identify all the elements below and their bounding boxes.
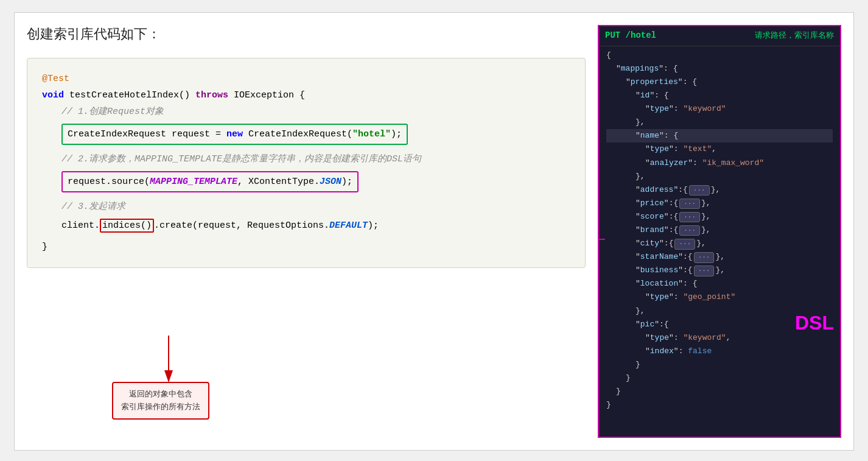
dsl-label: DSL bbox=[795, 306, 834, 339]
annotation-line: @Test bbox=[42, 71, 570, 87]
json-line-name-type: "type": "text", bbox=[606, 143, 833, 156]
json-line-starname: "starName":{···}, bbox=[606, 250, 833, 264]
code-block: @Test void testCreateHotelIndex() throws… bbox=[27, 58, 586, 268]
json-line-analyzer: "analyzer": "ik_max_word" bbox=[606, 157, 833, 170]
kw-new: new bbox=[226, 129, 243, 139]
path-comment: 请求路径，索引库名称 bbox=[755, 29, 834, 43]
semi: ); bbox=[368, 220, 379, 231]
json-line-id: "id": { bbox=[606, 89, 833, 102]
json-line-name-close: }, bbox=[606, 170, 833, 183]
json-line-properties: "properties": { bbox=[606, 76, 833, 89]
right-panel: PUT /hotel 请求路径，索引库名称 { "mappings": { "p… bbox=[598, 25, 841, 438]
json-line-mappings: "mappings": { bbox=[606, 62, 833, 76]
method-name: testCreateHotelIndex() bbox=[69, 90, 195, 100]
class-name: CreateIndexRequest request = bbox=[68, 129, 226, 139]
kw-void: void bbox=[42, 90, 69, 100]
create-index-line: CreateIndexRequest request = new CreateI… bbox=[61, 124, 408, 145]
json-type: JSON bbox=[320, 177, 341, 187]
comment-3: // 3.发起请求 bbox=[61, 199, 570, 215]
json-line-score: "score":{···}, bbox=[606, 210, 833, 223]
json-line-price: "price":{···}, bbox=[606, 197, 833, 210]
paren-close2: ); bbox=[341, 177, 352, 187]
json-line-business: "business":{···}, bbox=[606, 264, 833, 277]
left-panel: 创建索引库代码如下： @Test void testCreateHotelInd… bbox=[27, 25, 586, 438]
comment-1: // 1.创建Request对象 bbox=[61, 104, 570, 120]
page-heading: 创建索引库代码如下： bbox=[27, 25, 586, 43]
comma-space: , XContentType. bbox=[237, 177, 320, 187]
json-line-props-close: } bbox=[606, 371, 833, 385]
json-line-location-type: "type": "geo_point" bbox=[606, 290, 833, 304]
main-container: 创建索引库代码如下： @Test void testCreateHotelInd… bbox=[14, 12, 854, 451]
json-line-root-close: } bbox=[606, 398, 833, 412]
client-text: client. bbox=[61, 220, 100, 231]
annotation-red-box: 返回的对象中包含 索引库操作的所有方法 bbox=[112, 382, 209, 420]
json-line-id-close: }, bbox=[606, 116, 833, 129]
json-line-location: "location": { bbox=[606, 277, 833, 290]
json-line-open: { bbox=[606, 49, 833, 62]
default-option: DEFAULT bbox=[329, 220, 368, 231]
indices-method: indices() bbox=[100, 219, 154, 233]
create-call: .create(request, RequestOptions. bbox=[154, 220, 329, 231]
right-panel-header: PUT /hotel 请求路径，索引库名称 bbox=[599, 26, 840, 46]
json-line-pic-index: "index": false bbox=[606, 345, 833, 358]
kw-throws: throws bbox=[195, 90, 228, 100]
json-line-pic-close: } bbox=[606, 358, 833, 371]
constructor: CreateIndexRequest( bbox=[243, 129, 352, 139]
json-line-mappings-close: } bbox=[606, 385, 833, 398]
json-line-address: "address":{···}, bbox=[606, 183, 833, 197]
annotation-test: @Test bbox=[42, 74, 69, 84]
code-line-2: CreateIndexRequest request = new CreateI… bbox=[61, 124, 570, 145]
code-line-3: request.source(MAPPING_TEMPLATE, XConten… bbox=[61, 171, 570, 192]
code-line-4: client.indices().create(request, Request… bbox=[61, 217, 570, 234]
request-source-line: request.source(MAPPING_TEMPLATE, XConten… bbox=[61, 171, 359, 192]
put-method: PUT /hotel bbox=[605, 29, 656, 43]
code-line-1: void testCreateHotelIndex() throws IOExc… bbox=[42, 87, 570, 104]
exception-text: IOException { bbox=[228, 90, 305, 100]
hotel-string: "hotel" bbox=[352, 129, 391, 139]
paren-close: ); bbox=[391, 129, 402, 139]
closing-brace: } bbox=[42, 239, 570, 255]
request-source-text: request.source( bbox=[68, 177, 150, 187]
json-line-city: "city":{···}, bbox=[606, 237, 833, 250]
json-line-id-type: "type": "keyword" bbox=[606, 102, 833, 116]
mapping-template: MAPPING_TEMPLATE bbox=[150, 177, 237, 187]
json-line-name: "name": { bbox=[606, 129, 833, 143]
right-code-content: { "mappings": { "properties": { "id": { … bbox=[599, 46, 840, 420]
json-line-brand: "brand":{···}, bbox=[606, 223, 833, 237]
comment-2: // 2.请求参数，MAPPING_TEMPLATE是静态常量字符串，内容是创建… bbox=[61, 151, 570, 167]
